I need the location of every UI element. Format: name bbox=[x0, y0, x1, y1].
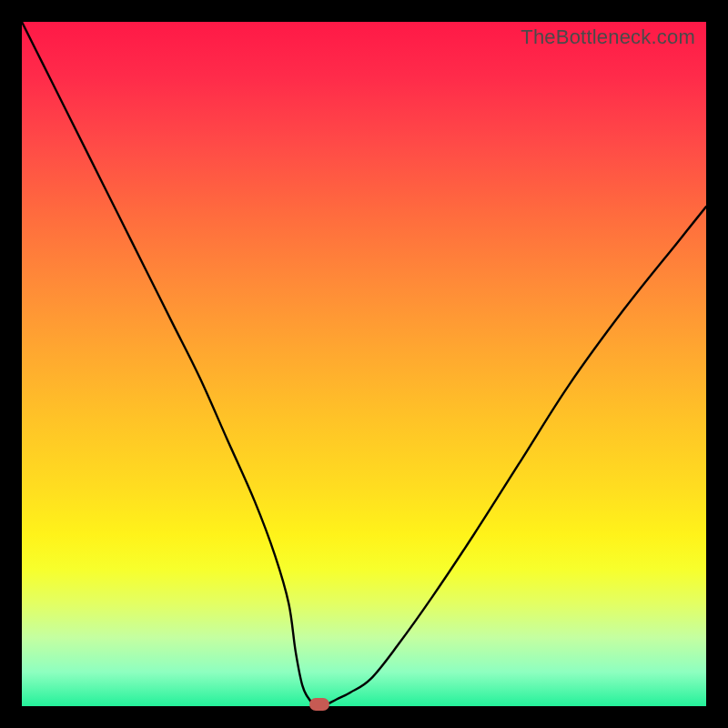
watermark-text: TheBottleneck.com bbox=[521, 25, 695, 49]
bottleneck-curve bbox=[22, 22, 706, 706]
optimal-point-marker bbox=[309, 698, 329, 711]
chart-area: TheBottleneck.com bbox=[22, 22, 706, 706]
